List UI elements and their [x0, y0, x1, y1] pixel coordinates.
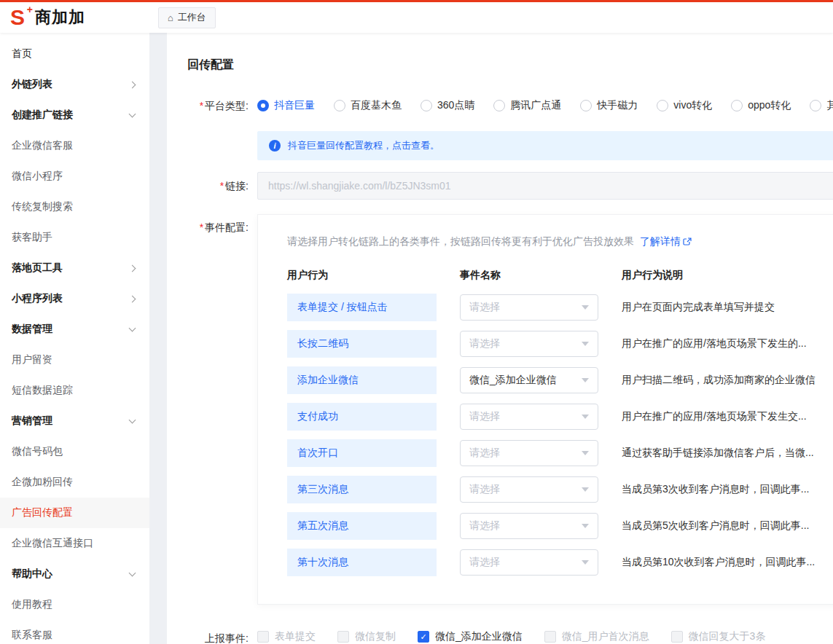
- sidebar-item-label: 数据管理: [12, 323, 52, 336]
- sidebar-item-企业微信客服[interactable]: 企业微信客服: [0, 130, 149, 161]
- radio-icon: [493, 100, 505, 111]
- sidebar-item-获客助手[interactable]: 获客助手: [0, 222, 149, 253]
- chevron-right-icon: [129, 81, 136, 88]
- sidebar-item-创建推广链接[interactable]: 创建推广链接: [0, 100, 149, 130]
- radio-百度基木鱼[interactable]: 百度基木鱼: [334, 99, 402, 112]
- select-value: 请选择: [469, 301, 500, 314]
- link-input[interactable]: https://wl.shangjiake.com/l/bZ5JN3sm01: [257, 172, 833, 200]
- sidebar-item-label: 广告回传配置: [12, 506, 73, 519]
- event-row: 首次开口请选择通过获客助手链接添加微信客户后，当微...: [287, 439, 817, 467]
- sidebar-item-label: 首页: [12, 47, 32, 60]
- sidebar-item-label: 获客助手: [12, 231, 52, 244]
- radio-icon: [731, 100, 743, 111]
- event-select[interactable]: 请选择: [460, 549, 598, 576]
- report-events-label: 上报事件:: [187, 624, 257, 644]
- sidebar-item-用户留资[interactable]: 用户留资: [0, 345, 149, 375]
- sidebar: 首页外链列表创建推广链接企业微信客服微信小程序传统复制搜索获客助手落地页工具小程…: [0, 33, 149, 644]
- radio-oppo转化[interactable]: oppo转化: [731, 99, 791, 112]
- platform-type-label: *平台类型:: [187, 92, 257, 119]
- checkbox-微信复制[interactable]: 微信复制: [337, 630, 396, 643]
- event-select[interactable]: 请选择: [460, 476, 598, 503]
- required-mark: *: [220, 180, 224, 192]
- chevron-down-icon: [582, 378, 589, 382]
- event-config-row: *事件配置: 请选择用户转化链路上的各类事件，按链路回传将更有利于优化广告投放效…: [187, 211, 833, 605]
- sidebar-item-数据管理[interactable]: 数据管理: [0, 314, 149, 345]
- radio-其他[interactable]: 其他: [810, 99, 833, 112]
- event-select[interactable]: 请选择: [460, 294, 598, 321]
- behavior-button[interactable]: 首次开口: [287, 439, 437, 467]
- tutorial-alert-row: i 抖音巨量回传配置教程，点击查看。: [187, 131, 833, 160]
- behavior-button[interactable]: 长按二维码: [287, 330, 437, 358]
- event-select[interactable]: 请选择: [460, 404, 598, 430]
- chevron-down-icon: [582, 451, 589, 455]
- radio-label: 360点睛: [437, 99, 474, 112]
- radio-label: vivo转化: [673, 99, 712, 112]
- event-select[interactable]: 请选择: [460, 513, 598, 539]
- sidebar-item-联系客服[interactable]: 联系客服: [0, 620, 149, 644]
- sidebar-item-label: 企业微信互通接口: [12, 537, 93, 550]
- sidebar-item-短信数据追踪[interactable]: 短信数据追踪: [0, 375, 149, 406]
- event-row: 第三次消息请选择当成员第3次收到客户消息时，回调此事...: [287, 476, 817, 503]
- sidebar-item-小程序列表[interactable]: 小程序列表: [0, 283, 149, 314]
- sidebar-item-传统复制搜索[interactable]: 传统复制搜索: [0, 192, 149, 222]
- behavior-button[interactable]: 第十次消息: [287, 549, 437, 576]
- behavior-button[interactable]: 表单提交 / 按钮点击: [287, 294, 437, 321]
- chevron-down-icon: [129, 324, 136, 331]
- topbar: S+ 商加加 ⌂ 工作台: [0, 0, 833, 33]
- learn-more-link[interactable]: 了解详情: [640, 235, 692, 248]
- behavior-button[interactable]: 添加企业微信: [287, 366, 437, 394]
- radio-icon: [421, 100, 432, 111]
- radio-vivo转化[interactable]: vivo转化: [657, 99, 712, 112]
- checkbox-微信_添加企业微信[interactable]: ✓微信_添加企业微信: [418, 630, 523, 643]
- behavior-description: 当成员第3次收到客户消息时，回调此事...: [622, 483, 817, 496]
- radio-抖音巨量[interactable]: 抖音巨量: [257, 99, 315, 112]
- external-link-icon: [683, 237, 692, 246]
- sidebar-item-广告回传配置[interactable]: 广告回传配置: [0, 498, 149, 528]
- sidebar-item-外链列表[interactable]: 外链列表: [0, 69, 149, 100]
- radio-icon: [257, 100, 269, 111]
- radio-腾讯广点通[interactable]: 腾讯广点通: [493, 99, 561, 112]
- radio-icon: [657, 100, 668, 111]
- required-mark: *: [200, 221, 203, 233]
- sidebar-item-label: 营销管理: [12, 415, 52, 428]
- sidebar-item-label: 用户留资: [12, 353, 52, 366]
- checkbox-微信回复大于3条[interactable]: 微信回复大于3条: [671, 630, 766, 643]
- behavior-button[interactable]: 支付成功: [287, 403, 437, 431]
- tutorial-alert: i 抖音巨量回传配置教程，点击查看。: [257, 131, 833, 160]
- sidebar-item-企业微信互通接口[interactable]: 企业微信互通接口: [0, 528, 149, 559]
- radio-icon: [810, 100, 821, 111]
- tab-workbench[interactable]: ⌂ 工作台: [158, 7, 216, 28]
- behavior-button[interactable]: 第三次消息: [287, 476, 437, 503]
- page-title: 回传配置: [187, 58, 833, 73]
- event-table-header: 用户行为事件名称用户行为说明: [287, 269, 817, 282]
- sidebar-item-微信小程序[interactable]: 微信小程序: [0, 161, 149, 192]
- main-content: 回传配置 *平台类型: 抖音巨量百度基木鱼360点睛腾讯广点通快手磁力vivo转…: [149, 33, 833, 644]
- event-select[interactable]: 微信_添加企业微信: [460, 367, 598, 393]
- checkbox-label: 微信_用户首次消息: [562, 630, 649, 643]
- sidebar-item-营销管理[interactable]: 营销管理: [0, 406, 149, 436]
- radio-label: oppo转化: [748, 99, 791, 112]
- sidebar-item-首页[interactable]: 首页: [0, 39, 149, 69]
- checkbox-微信_用户首次消息[interactable]: 微信_用户首次消息: [544, 630, 649, 643]
- sidebar-item-帮助中心[interactable]: 帮助中心: [0, 559, 149, 589]
- tutorial-link[interactable]: 抖音巨量回传配置教程，点击查看。: [288, 139, 439, 152]
- behavior-button[interactable]: 第五次消息: [287, 512, 437, 540]
- event-row: 第十次消息请选择当成员第10次收到客户消息时，回调此事...: [287, 549, 817, 576]
- radio-360点睛[interactable]: 360点睛: [421, 99, 474, 112]
- checkbox-表单提交[interactable]: 表单提交: [257, 630, 316, 643]
- sidebar-item-微信号码包[interactable]: 微信号码包: [0, 436, 149, 467]
- sidebar-item-使用教程[interactable]: 使用教程: [0, 589, 149, 620]
- sidebar-item-label: 短信数据追踪: [12, 384, 73, 397]
- sidebar-item-label: 微信号码包: [12, 445, 63, 458]
- sidebar-item-企微加粉回传[interactable]: 企微加粉回传: [0, 467, 149, 498]
- intro-text: 请选择用户转化链路上的各类事件，按链路回传将更有利于优化广告投放效果: [287, 235, 634, 247]
- radio-快手磁力[interactable]: 快手磁力: [580, 99, 638, 112]
- link-label: *链接:: [187, 172, 257, 200]
- event-select[interactable]: 请选择: [460, 440, 598, 466]
- event-select[interactable]: 请选择: [460, 331, 598, 357]
- chevron-down-icon: [129, 416, 136, 423]
- radio-label: 快手磁力: [597, 99, 638, 112]
- chevron-down-icon: [582, 560, 589, 565]
- sidebar-item-label: 外链列表: [12, 78, 52, 91]
- sidebar-item-落地页工具[interactable]: 落地页工具: [0, 253, 149, 283]
